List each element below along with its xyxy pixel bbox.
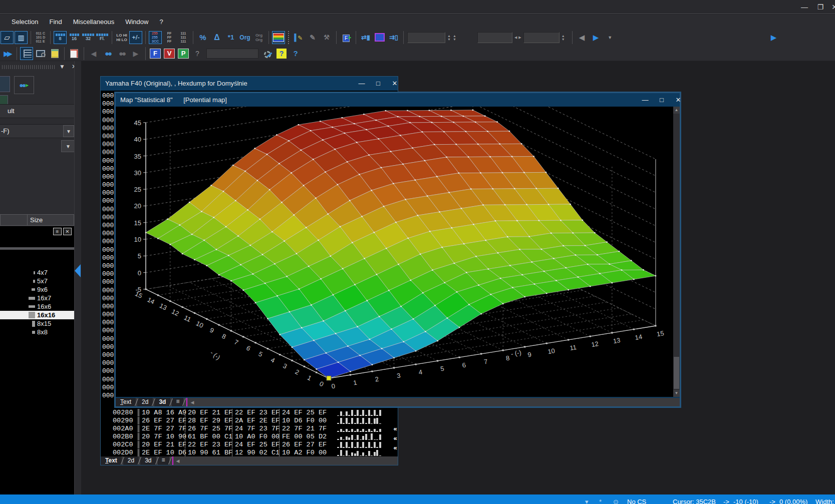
hex-byte-group[interactable]: 22 7F 21 7F — [279, 425, 326, 432]
sidebar-item-16x6[interactable]: 16x6 — [0, 302, 74, 311]
clipboard-window-button[interactable] — [68, 47, 81, 60]
hex-byte-group[interactable]: 28 EF 29 EF — [185, 417, 232, 424]
search-prev-arrow-button[interactable]: ◀ — [87, 47, 100, 60]
value-spin-field[interactable] — [407, 32, 445, 43]
multiply-one-button[interactable]: *1 — [224, 31, 237, 44]
hex-byte-group[interactable]: 2A EF 2E EF — [232, 417, 279, 424]
list-close-button[interactable]: ✕ — [63, 228, 72, 235]
spin-left-right[interactable]: ◀▶ — [514, 36, 521, 39]
hex-row[interactable]: 002A02E 7F 27 7F26 7F 25 7F24 7F 23 7F22… — [101, 424, 398, 432]
list-header-name-column[interactable] — [1, 215, 28, 225]
hex-byte-group[interactable]: 12 90 02 C1 — [232, 449, 279, 456]
hammer-disabled-button[interactable]: ⚒ — [320, 31, 333, 44]
list-mode-button[interactable]: ≡ — [53, 228, 62, 235]
hex-row[interactable]: 0029026 EF 27 EF28 EF 29 EF2A EF 2E EF10… — [101, 416, 398, 424]
list-transfer-button[interactable]: ⇄▮ — [359, 31, 372, 44]
hex-byte-group[interactable]: 61 BF 00 C1 — [185, 433, 232, 440]
folder-combo-arrow[interactable]: ▼ — [63, 125, 74, 137]
hex-rows[interactable]: 0028010 A8 16 A920 EF 21 EF22 EF 23 EF24… — [101, 408, 398, 457]
hex-byte-group[interactable]: 10 A0 F0 00 — [232, 433, 279, 440]
hex-byte-group[interactable]: 24 7F 23 7F — [232, 425, 279, 432]
surface-plot-area[interactable]: 454035302520151050-501234567891011121314… — [116, 107, 674, 397]
menu-miscellaneous[interactable]: Miscellaneous — [68, 16, 120, 28]
width-float-button[interactable]: Fl. — [96, 31, 109, 44]
docked-toolbar-partial-button[interactable]: ▶ — [767, 31, 780, 44]
nav-back-button[interactable]: ◀ — [576, 31, 589, 44]
search-next-arrow-button[interactable]: ▶ — [129, 47, 142, 60]
hex-byte-group[interactable]: FE 00 05 D2 — [279, 433, 326, 440]
hexdump-titlebar[interactable]: Yamaha F40 (Original), , Hexdump for Dom… — [101, 77, 398, 91]
panel-tool-icon-partial[interactable] — [0, 76, 10, 92]
panel-dropdown-button[interactable]: ▼ — [57, 62, 67, 71]
filter-v-button[interactable]: V — [163, 47, 176, 60]
scroll-thumb[interactable] — [674, 357, 679, 389]
notes-button[interactable] — [48, 47, 61, 60]
hex-columns-button[interactable]: 011 C101 D011 E — [34, 31, 47, 44]
hex-byte-group[interactable]: 2E 7F 27 7F — [138, 425, 185, 432]
hex-row[interactable]: 0028010 A8 16 A920 EF 21 EF22 EF 23 EF24… — [101, 408, 398, 416]
window-properties-button[interactable] — [373, 31, 386, 44]
sign-button[interactable]: +/- — [129, 31, 142, 44]
map-vertical-scrollbar[interactable]: ▲ ▼ — [673, 107, 680, 397]
tab-text[interactable]: Text — [116, 398, 136, 406]
function-window-button[interactable]: F➤ — [340, 31, 353, 44]
hscroll-left-arrow[interactable]: ◀ — [190, 400, 194, 405]
hex-byte-group[interactable]: 20 EF 21 EF — [185, 409, 232, 416]
byte-order-button[interactable]: LO HIHI LO — [115, 31, 128, 44]
hex-byte-group[interactable]: 26 7F 25 7F — [185, 425, 232, 432]
hex-byte-group[interactable]: 20 7F 10 90 — [138, 433, 185, 440]
hex-byte-group[interactable]: 10 A8 16 A9 — [138, 409, 185, 416]
hexdump-minimize-button[interactable]: — — [355, 79, 368, 88]
tab-menu-icon[interactable]: ≡ — [172, 398, 183, 406]
tree-view-button[interactable] — [20, 47, 33, 60]
search-binoculars-disabled-button[interactable]: ●● — [115, 47, 128, 60]
selection-values-button[interactable]: ▥ — [15, 31, 28, 44]
map-cursor-marker[interactable] — [327, 376, 331, 380]
hex-byte-group[interactable]: 26 EF 27 EF — [279, 441, 326, 448]
hex-byte-group[interactable]: 10 90 61 BF — [185, 449, 232, 456]
menu-selection[interactable]: Selection — [6, 16, 44, 28]
map-titlebar[interactable]: Map "Statistical 8" [Potential map] — □ … — [116, 93, 680, 107]
sidebar-item-8x8[interactable]: 8x8 — [0, 328, 74, 336]
tab-2d[interactable]: 2d — [123, 456, 139, 465]
width-32-button[interactable]: 32 — [82, 31, 95, 44]
list-export-button[interactable]: ⇉▯ — [387, 31, 400, 44]
hex-byte-group[interactable]: 24 EF 25 EF — [279, 409, 326, 416]
hex-byte-group[interactable]: 24 EF 25 EF — [232, 441, 279, 448]
map-close-button[interactable]: ✕ — [672, 96, 685, 105]
scroll-up-button[interactable]: ▲ — [673, 107, 680, 114]
hex-byte-group[interactable]: 2E EF 10 D6 — [138, 449, 185, 456]
delta-button[interactable]: Δ — [210, 31, 223, 44]
width-8-button[interactable]: 8 — [54, 31, 67, 44]
hexdump-maximize-button[interactable]: □ — [372, 79, 385, 88]
edit-map-pen-button[interactable]: ▍✎ — [292, 31, 305, 44]
hexdump-close-button[interactable]: ✕ — [388, 79, 401, 88]
list-header-size-column[interactable]: Size — [28, 215, 43, 225]
spin-up-down-2[interactable]: ▲▼ — [453, 34, 456, 41]
tab-3d[interactable]: 3d — [140, 456, 156, 465]
tab-3d[interactable]: 3d — [154, 398, 170, 406]
filter-dropdown-button[interactable]: ▼ — [61, 140, 75, 152]
width-16-button[interactable]: 16 — [68, 31, 81, 44]
splitter-collapse-arrow[interactable] — [75, 264, 81, 277]
filter-p-button[interactable]: P — [177, 47, 190, 60]
hex-byte-group[interactable]: 10 D6 F0 00 — [279, 417, 326, 424]
sidebar-item-16x16[interactable]: 16x16 — [0, 311, 74, 319]
nav-forward-button[interactable]: ▶ — [590, 31, 603, 44]
hex-page-chevrons[interactable]: ««« — [392, 424, 399, 452]
sidebar-item-9x6[interactable]: 9x6 — [0, 285, 74, 294]
sidebar-item-4x7[interactable]: 4x7 — [0, 268, 74, 277]
original-compare-button[interactable]: OrgOrg — [252, 31, 265, 44]
percent-button[interactable]: % — [196, 31, 209, 44]
menu-help[interactable]: ? — [154, 16, 168, 28]
tab-2d[interactable]: 2d — [137, 398, 153, 406]
search-input[interactable] — [206, 49, 258, 59]
edit-pen-disabled-button[interactable]: ✎ — [306, 31, 319, 44]
context-help-button[interactable]: ? — [289, 47, 302, 60]
sidebar-item-16x7[interactable]: 16x7 — [0, 294, 74, 302]
fast-forward-button[interactable]: ▶▶ — [1, 47, 14, 60]
original-value-button[interactable]: Org — [238, 31, 251, 44]
hex-byte-group[interactable]: 20 EF 21 EF — [138, 441, 185, 448]
spin-up-down-3[interactable]: ▲▼ — [562, 34, 565, 41]
monitor-search-button[interactable] — [34, 47, 47, 60]
